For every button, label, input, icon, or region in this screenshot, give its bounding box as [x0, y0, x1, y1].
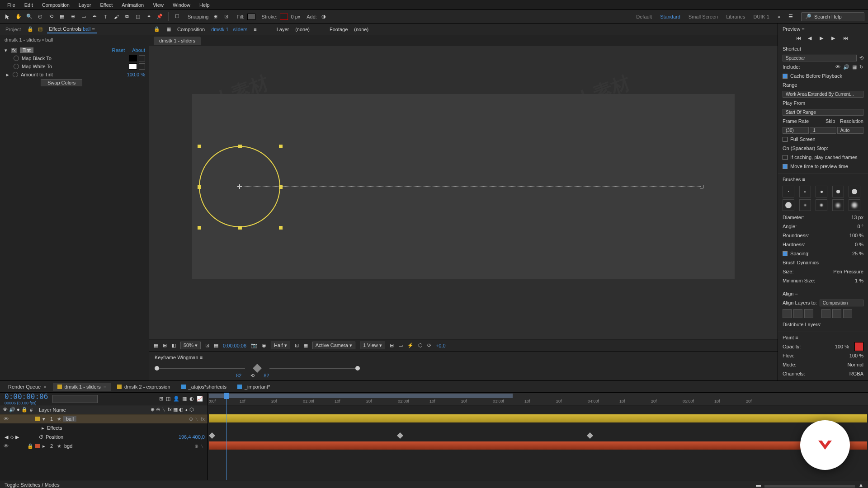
- snap-icon[interactable]: ☐: [173, 13, 181, 21]
- layer-effects-group[interactable]: ▸ Effects: [0, 423, 208, 432]
- twirl-right-icon[interactable]: ▸: [41, 425, 45, 431]
- first-frame-icon[interactable]: ⏮: [796, 35, 803, 42]
- brush-preset[interactable]: [849, 199, 860, 211]
- channel-icon[interactable]: ⊞: [163, 343, 167, 348]
- mask-icon[interactable]: ◧: [171, 343, 176, 348]
- 3d-icon[interactable]: ⬡: [418, 343, 423, 348]
- effect-controls-tab[interactable]: Effect Controls ball ≡: [47, 25, 97, 33]
- transform-handle[interactable]: [198, 145, 201, 148]
- align-to-dropdown[interactable]: Composition: [820, 300, 863, 306]
- skip-dropdown[interactable]: 1: [810, 127, 836, 134]
- refresh-icon[interactable]: ⟳: [427, 343, 431, 348]
- puppet-tool-icon[interactable]: 📌: [156, 13, 164, 21]
- workspace-menu-icon[interactable]: ☰: [788, 14, 793, 19]
- toggle-switches-button[interactable]: Toggle Switches / Modes: [5, 482, 60, 488]
- loop-icon[interactable]: ↻: [859, 64, 863, 70]
- orbit-tool-icon[interactable]: ◴: [36, 13, 44, 21]
- current-time-indicator[interactable]: [226, 393, 226, 480]
- layer-name[interactable]: ball: [63, 416, 76, 422]
- timeline-tab-4[interactable]: _important*: [233, 383, 274, 391]
- paint-flow-value[interactable]: 100 %: [849, 353, 863, 358]
- clone-tool-icon[interactable]: ⧉: [123, 13, 131, 21]
- brush-preset[interactable]: [783, 186, 794, 197]
- reset-icon[interactable]: ⟲: [859, 55, 863, 61]
- brush-preset[interactable]: [783, 199, 794, 211]
- layer-row-ball[interactable]: 👁 ▾ 1 ★ ball ⊕ ﹨ fx: [0, 414, 208, 423]
- framerate-dropdown[interactable]: (30): [783, 127, 809, 134]
- comp-tab[interactable]: dmstk 1 - sliders: [154, 37, 201, 45]
- keyframe-icon[interactable]: [587, 432, 593, 439]
- transform-handle[interactable]: [279, 145, 283, 148]
- amount-value[interactable]: 100,0 %: [127, 72, 145, 77]
- project-tab[interactable]: Project: [4, 26, 23, 33]
- include-audio-icon[interactable]: 🔊: [843, 64, 849, 70]
- effect-name[interactable]: Tint: [20, 47, 33, 53]
- timeline-tab-3[interactable]: _atajos*shortcuts: [177, 383, 231, 391]
- dyn-minsize-value[interactable]: 1 %: [855, 278, 863, 283]
- eyedropper-icon[interactable]: [139, 55, 145, 61]
- stroke-width[interactable]: 0 px: [291, 14, 300, 19]
- selection-tool-icon[interactable]: [4, 13, 12, 21]
- add-menu-icon[interactable]: ◑: [320, 13, 328, 21]
- layer-position-row[interactable]: ◀ ◇ ▶ ⏱ Position 196,4 400,0: [0, 432, 208, 441]
- zoom-dropdown[interactable]: 50% ▾: [180, 342, 201, 349]
- motion-blur-icon[interactable]: ◐: [189, 396, 194, 402]
- workspace-default[interactable]: Default: [636, 14, 652, 19]
- grid-icon[interactable]: ▦: [214, 343, 218, 348]
- layer-color-icon[interactable]: [35, 417, 40, 421]
- snapping-label[interactable]: Snapping: [188, 14, 209, 19]
- res-toggle-icon[interactable]: ⊡: [205, 343, 209, 348]
- twirl-down-icon[interactable]: ▾: [42, 416, 46, 422]
- workspace-small[interactable]: Small Screen: [689, 14, 718, 19]
- align-vcenter-button[interactable]: [832, 309, 841, 318]
- stroke-swatch[interactable]: [280, 14, 288, 20]
- comp-canvas[interactable]: [192, 94, 735, 279]
- time-ruler[interactable]: :00f 10f 20f 01:00f 10f 20f 02:00f 10f 2…: [208, 393, 868, 405]
- hardness-value[interactable]: 0 %: [855, 242, 863, 247]
- rotate-tool-icon[interactable]: ⟲: [47, 13, 55, 21]
- shape-tool-icon[interactable]: ▭: [80, 13, 88, 21]
- stopwatch-icon[interactable]: [14, 56, 19, 61]
- workspace-libraries[interactable]: Libraries: [726, 14, 745, 19]
- roi-icon[interactable]: ⊡: [295, 343, 299, 348]
- snap-opt1-icon[interactable]: ⊞: [212, 13, 220, 21]
- twirl-down-icon[interactable]: ▾: [4, 47, 8, 53]
- preview-res-dropdown[interactable]: Auto: [837, 127, 863, 134]
- brush-preset[interactable]: [832, 199, 844, 211]
- playfrom-dropdown[interactable]: Start Of Range: [783, 109, 863, 116]
- menu-help[interactable]: Help: [195, 2, 214, 8]
- roundness-value[interactable]: 100 %: [849, 233, 863, 238]
- align-top-button[interactable]: [821, 309, 830, 318]
- range-dropdown[interactable]: Work Area Extended By Current...: [783, 91, 863, 98]
- keyframe-icon[interactable]: [209, 432, 215, 439]
- exposure-value[interactable]: +0,0: [436, 343, 446, 348]
- layer-bar-ball[interactable]: [209, 414, 867, 422]
- align-left-button[interactable]: [783, 309, 792, 318]
- map-white-swatch[interactable]: [129, 63, 137, 70]
- movetime-checkbox[interactable]: [783, 164, 788, 169]
- type-tool-icon[interactable]: T: [101, 13, 109, 21]
- camera-dropdown[interactable]: Active Camera ▾: [312, 342, 355, 349]
- timeline-tab-1[interactable]: dmstk 1 - sliders ≡: [53, 383, 111, 391]
- transform-handle[interactable]: [238, 226, 242, 230]
- ifcache-checkbox[interactable]: [783, 155, 788, 160]
- keyframe-icon[interactable]: [397, 432, 403, 439]
- spacing-checkbox[interactable]: [783, 251, 788, 256]
- timeline-zoom-slider[interactable]: [764, 485, 855, 488]
- brush-preset[interactable]: [816, 186, 827, 197]
- zoom-tool-icon[interactable]: 🔍: [25, 13, 33, 21]
- stopwatch-icon[interactable]: [14, 64, 19, 69]
- paint-color-swatch[interactable]: [854, 342, 863, 351]
- anchor-point-icon[interactable]: [237, 184, 242, 189]
- transform-handle[interactable]: [238, 145, 242, 148]
- spacing-value[interactable]: 25 %: [852, 251, 863, 256]
- snap-opt2-icon[interactable]: ⊡: [222, 13, 231, 21]
- layer-search[interactable]: [52, 395, 98, 403]
- twirl-right-icon[interactable]: ▸: [42, 443, 46, 449]
- frame-blend-icon[interactable]: ▦: [182, 396, 187, 402]
- brush-preset[interactable]: [816, 199, 827, 211]
- transform-handle[interactable]: [198, 185, 201, 189]
- align-hcenter-button[interactable]: [793, 309, 802, 318]
- align-right-button[interactable]: [804, 309, 813, 318]
- brush-preset[interactable]: [799, 186, 811, 197]
